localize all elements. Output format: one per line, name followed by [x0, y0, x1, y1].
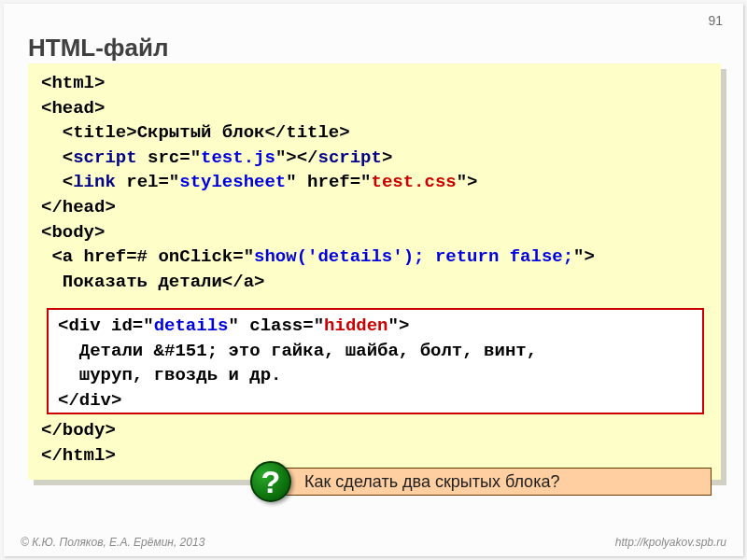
code-line: <script src="test.js"></script> — [41, 146, 708, 171]
question-box: Как сделать два скрытых блока? — [266, 468, 712, 496]
footer-copyright: © К.Ю. Поляков, Е.А. Ерёмин, 2013 — [21, 536, 204, 549]
slide: 91 HTML-файл <html> <head> <title>Скрыты… — [4, 4, 743, 556]
highlighted-code-box: <div id="details" class="hidden"> Детали… — [47, 308, 704, 414]
question-mark-icon: ? — [250, 461, 291, 502]
code-line: </html> — [41, 443, 708, 469]
page-number: 91 — [708, 13, 723, 28]
code-line: <a href=# onClick="show('details'); retu… — [41, 245, 708, 270]
slide-title: HTML-файл — [28, 34, 169, 63]
footer-url: http://kpolyakov.spb.ru — [615, 536, 726, 549]
question-text: Как сделать два скрытых блока? — [304, 472, 559, 492]
code-block: <html> <head> <title>Скрытый блок</title… — [28, 63, 721, 480]
code-line: </head> — [41, 195, 708, 220]
code-line: <head> — [41, 96, 708, 121]
code-line: <title>Скрытый блок</title> — [41, 120, 708, 146]
code-line: Показать детали</a> — [41, 270, 708, 295]
code-line: <html> — [41, 71, 708, 96]
code-line: </body> — [41, 418, 708, 443]
code-line: <body> — [41, 220, 708, 245]
code-line: <link rel="stylesheet" href="test.css"> — [41, 170, 708, 195]
